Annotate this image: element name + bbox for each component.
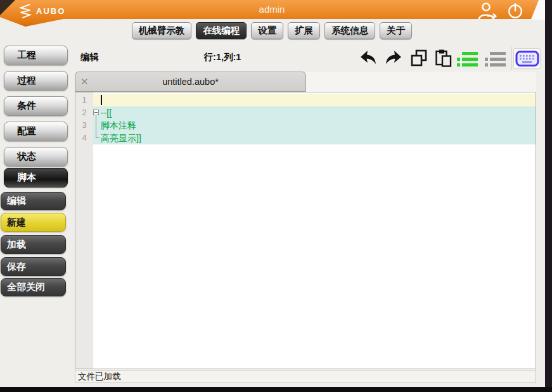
- tab-system-info[interactable]: 系统信息: [324, 22, 375, 39]
- line-number-gutter: 1 2 3 4: [75, 92, 93, 369]
- tab-teach[interactable]: 机械臂示教: [132, 22, 192, 39]
- line-number: 2: [75, 106, 93, 119]
- paste-icon[interactable]: [433, 48, 454, 68]
- account-logout-icon[interactable]: [477, 1, 499, 23]
- text-cursor-caret: [101, 95, 102, 105]
- cursor-position-indicator: 行:1,列:1: [175, 51, 270, 63]
- code-line-text: 高亮显示]]: [101, 132, 141, 144]
- line-number: 1: [75, 94, 93, 106]
- code-line-4: 高亮显示]]: [93, 132, 536, 144]
- undo-icon[interactable]: [359, 49, 378, 68]
- code-line-3: 脚本注释: [93, 119, 536, 132]
- redo-icon[interactable]: [384, 49, 403, 68]
- sidebar-item-config[interactable]: 配置: [4, 122, 68, 141]
- script-load-button[interactable]: 加载: [1, 235, 66, 254]
- document-tab-label: untitled.aubo*: [75, 77, 305, 87]
- status-message: 文件已加载: [78, 372, 121, 381]
- code-line-1-current: [93, 94, 536, 106]
- code-line-text: 脚本注释: [101, 120, 136, 131]
- sidebar-item-process[interactable]: 过程: [4, 71, 68, 91]
- script-code-editor[interactable]: 1 2 3 4 --[[ 脚本注释 高亮显示]]: [75, 92, 536, 369]
- list-green-icon[interactable]: [456, 51, 479, 68]
- line-number: 3: [75, 119, 93, 132]
- sidebar-item-status[interactable]: 状态: [4, 147, 68, 167]
- tab-extensions[interactable]: 扩展: [288, 22, 320, 39]
- power-icon[interactable]: [506, 2, 524, 22]
- code-text-area[interactable]: --[[ 脚本注释 高亮显示]]: [93, 92, 536, 369]
- line-number: 4: [75, 132, 93, 144]
- script-close-all-button[interactable]: 全部关闭: [1, 278, 66, 296]
- toolbar-separator: [511, 47, 511, 70]
- fold-collapse-icon[interactable]: [93, 110, 99, 115]
- document-tab-untitled[interactable]: ✕ untitled.aubo*: [75, 72, 306, 92]
- tab-settings[interactable]: 设置: [251, 22, 283, 39]
- code-line-2: --[[: [93, 106, 536, 119]
- window-right-border: [545, 0, 552, 392]
- copy-icon[interactable]: [409, 49, 428, 68]
- editor-panel-title: 编辑: [80, 51, 99, 63]
- sidebar-item-project[interactable]: 工程: [4, 46, 68, 65]
- main-nav-tabs: 机械臂示教 在线编程 设置 扩展 系统信息 关于: [0, 22, 544, 39]
- script-new-button[interactable]: 新建: [1, 213, 66, 232]
- sidebar-item-condition[interactable]: 条件: [4, 96, 68, 116]
- code-line-text: --[[: [101, 107, 112, 118]
- sidebar-item-script[interactable]: 脚本: [4, 168, 68, 187]
- list-gray-icon[interactable]: [484, 51, 507, 68]
- current-user-label: admin: [0, 4, 544, 15]
- window-bottom-border: [0, 387, 552, 392]
- aubo-teach-pendant-window: AUBO admin 机械臂示教 在线编程 设置 扩展 系统信息 关于 工程 过…: [0, 0, 552, 392]
- script-edit-button[interactable]: 编辑: [1, 192, 66, 210]
- status-bar: 文件已加载: [75, 370, 536, 383]
- script-save-button[interactable]: 保存: [1, 257, 66, 276]
- tab-online-programming[interactable]: 在线编程: [196, 22, 247, 39]
- keyboard-icon[interactable]: [513, 48, 541, 69]
- fold-range-line: [96, 116, 99, 138]
- tab-about[interactable]: 关于: [380, 22, 412, 39]
